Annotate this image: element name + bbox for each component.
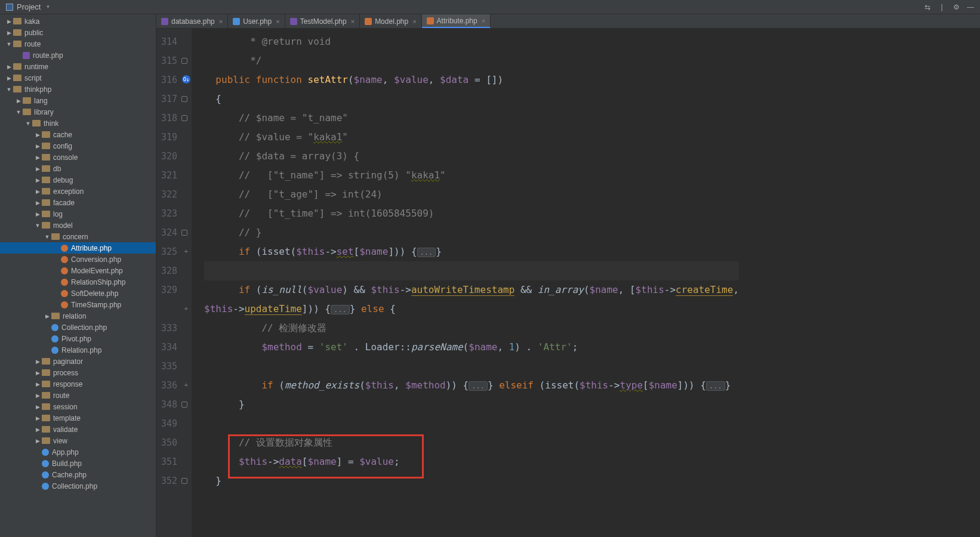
line-number[interactable]: 335 bbox=[161, 357, 189, 376]
chevron-right-icon[interactable] bbox=[35, 427, 41, 433]
tree-item-Collection-php[interactable]: Collection.php bbox=[0, 322, 156, 333]
chevron-down-icon[interactable] bbox=[25, 121, 31, 126]
minimize-icon[interactable]: — bbox=[966, 2, 975, 12]
line-number[interactable]: 323 bbox=[161, 204, 189, 223]
close-icon[interactable]: × bbox=[412, 18, 416, 25]
line-number[interactable]: 334 bbox=[161, 338, 189, 357]
tree-item-response[interactable]: response bbox=[0, 378, 156, 390]
gear-icon[interactable]: ⚙ bbox=[951, 2, 961, 12]
tab-Model-php[interactable]: Model.php× bbox=[360, 14, 421, 28]
tree-item-Cache-php[interactable]: Cache.php bbox=[0, 469, 156, 480]
tree-item-model[interactable]: model bbox=[0, 220, 156, 231]
line-number[interactable]: 350 bbox=[161, 433, 189, 452]
tree-item-Pivot-php[interactable]: Pivot.php bbox=[0, 333, 156, 344]
tree-item-debug[interactable]: debug bbox=[0, 174, 156, 186]
line-number[interactable]: 329 bbox=[161, 280, 189, 300]
tree-item-db[interactable]: db bbox=[0, 163, 156, 174]
line-number[interactable]: 336 bbox=[161, 376, 189, 395]
tree-item-Build-php[interactable]: Build.php bbox=[0, 458, 156, 469]
chevron-down-icon[interactable] bbox=[6, 87, 12, 92]
tree-item-public[interactable]: public bbox=[0, 27, 156, 38]
tree-item-library[interactable]: library bbox=[0, 106, 156, 118]
line-number[interactable]: 328 bbox=[161, 261, 189, 280]
line-number[interactable]: 315 bbox=[161, 51, 189, 70]
chevron-right-icon[interactable] bbox=[35, 132, 41, 138]
line-number[interactable]: 318 bbox=[161, 109, 189, 128]
tree-item-think[interactable]: think bbox=[0, 118, 156, 129]
project-tree[interactable]: kakapublicrouteroute.phpruntimescriptthi… bbox=[0, 14, 156, 537]
tree-item-validate[interactable]: validate bbox=[0, 424, 156, 435]
tree-item-route[interactable]: route bbox=[0, 38, 156, 50]
chevron-right-icon[interactable] bbox=[6, 30, 12, 36]
tree-item-App-php[interactable]: App.php bbox=[0, 446, 156, 458]
chevron-down-icon[interactable] bbox=[44, 234, 50, 240]
line-number[interactable]: 348 bbox=[161, 395, 189, 414]
close-icon[interactable]: × bbox=[276, 18, 279, 25]
collapse-icon[interactable]: ⇆ bbox=[923, 2, 932, 12]
chevron-right-icon[interactable] bbox=[35, 166, 41, 172]
chevron-right-icon[interactable] bbox=[35, 404, 41, 410]
close-icon[interactable]: × bbox=[219, 18, 223, 25]
chevron-right-icon[interactable] bbox=[16, 98, 21, 104]
tree-item-RelationShip-php[interactable]: RelationShip.php bbox=[0, 276, 156, 288]
tab-database-php[interactable]: database.php× bbox=[156, 14, 228, 28]
chevron-down-icon[interactable] bbox=[16, 109, 21, 115]
line-number[interactable]: 314 bbox=[161, 32, 189, 51]
tree-item-cache[interactable]: cache bbox=[0, 129, 156, 140]
tree-item-Attribute-php[interactable]: Attribute.php bbox=[0, 242, 156, 254]
chevron-right-icon[interactable] bbox=[6, 75, 12, 81]
chevron-right-icon[interactable] bbox=[35, 211, 41, 217]
line-number[interactable]: 321 bbox=[161, 166, 189, 185]
line-number[interactable]: 324 bbox=[161, 223, 189, 242]
tree-item-ModelEvent-php[interactable]: ModelEvent.php bbox=[0, 265, 156, 276]
tree-item-exception[interactable]: exception bbox=[0, 186, 156, 197]
tree-item-process[interactable]: process bbox=[0, 367, 156, 378]
tree-item-relation[interactable]: relation bbox=[0, 310, 156, 322]
close-icon[interactable]: × bbox=[482, 17, 485, 24]
tree-item-Relation-php[interactable]: Relation.php bbox=[0, 344, 156, 356]
tree-item-route[interactable]: route bbox=[0, 390, 156, 401]
line-number[interactable]: 319 bbox=[161, 128, 189, 147]
tree-item-view[interactable]: view bbox=[0, 435, 156, 446]
code-editor[interactable]: 314315316O↓31731831932032132232332432532… bbox=[156, 29, 980, 537]
code-content[interactable]: * @return void */ public function setAtt… bbox=[192, 29, 739, 537]
chevron-right-icon[interactable] bbox=[35, 370, 41, 376]
tree-item-log[interactable]: log bbox=[0, 208, 156, 220]
chevron-down-icon[interactable] bbox=[6, 41, 12, 47]
chevron-right-icon[interactable] bbox=[35, 177, 41, 183]
chevron-down-icon[interactable] bbox=[35, 223, 41, 229]
tree-item-paginator[interactable]: paginator bbox=[0, 356, 156, 367]
tree-item-route-php[interactable]: route.php bbox=[0, 50, 156, 61]
tab-User-php[interactable]: User.php× bbox=[228, 14, 285, 28]
tree-item-script[interactable]: script bbox=[0, 72, 156, 84]
tree-item-concern[interactable]: concern bbox=[0, 231, 156, 242]
chevron-right-icon[interactable] bbox=[35, 155, 41, 161]
project-dropdown[interactable]: Project ▼ bbox=[0, 0, 56, 14]
chevron-right-icon[interactable] bbox=[35, 381, 41, 387]
tree-item-kaka[interactable]: kaka bbox=[0, 16, 156, 27]
tree-item-template[interactable]: template bbox=[0, 412, 156, 424]
tree-item-console[interactable]: console bbox=[0, 152, 156, 163]
tree-item-Collection-php[interactable]: Collection.php bbox=[0, 480, 156, 492]
chevron-right-icon[interactable] bbox=[35, 200, 41, 206]
tree-item-lang[interactable]: lang bbox=[0, 95, 156, 106]
tree-item-session[interactable]: session bbox=[0, 401, 156, 412]
chevron-right-icon[interactable] bbox=[35, 415, 41, 421]
close-icon[interactable]: × bbox=[351, 18, 355, 25]
line-number[interactable]: 349 bbox=[161, 414, 189, 433]
line-number[interactable] bbox=[161, 300, 189, 319]
chevron-right-icon[interactable] bbox=[35, 189, 41, 195]
tree-item-thinkphp[interactable]: thinkphp bbox=[0, 84, 156, 95]
override-marker-icon[interactable]: O↓ bbox=[182, 75, 190, 84]
chevron-right-icon[interactable] bbox=[6, 18, 12, 24]
tree-item-config[interactable]: config bbox=[0, 140, 156, 152]
line-number[interactable]: 325 bbox=[161, 242, 189, 261]
line-number[interactable]: 322 bbox=[161, 185, 189, 204]
line-number[interactable]: 352 bbox=[161, 471, 189, 490]
tree-item-runtime[interactable]: runtime bbox=[0, 61, 156, 72]
tree-item-TimeStamp-php[interactable]: TimeStamp.php bbox=[0, 299, 156, 310]
chevron-right-icon[interactable] bbox=[44, 313, 50, 319]
line-number[interactable]: 351 bbox=[161, 452, 189, 471]
chevron-right-icon[interactable] bbox=[6, 64, 12, 70]
tree-item-SoftDelete-php[interactable]: SoftDelete.php bbox=[0, 288, 156, 299]
